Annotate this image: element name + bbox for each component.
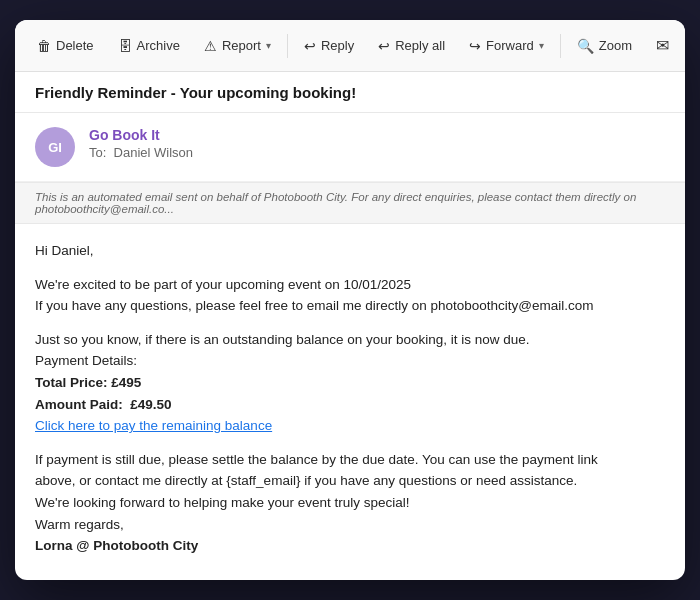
zoom-icon: 🔍 [577, 38, 594, 54]
automated-banner: This is an automated email sent on behal… [15, 182, 685, 224]
forward-dropdown-arrow: ▾ [539, 40, 544, 51]
amount-paid: Amount Paid: £49.50 [35, 397, 172, 412]
amount-paid-value: £49.50 [130, 397, 171, 412]
archive-label: Archive [137, 38, 180, 53]
report-icon: ⚠ [204, 38, 217, 54]
more-icon: ✉ [656, 36, 669, 55]
email-body: This is an automated email sent on behal… [15, 182, 685, 580]
reply-all-label: Reply all [395, 38, 445, 53]
zoom-label: Zoom [599, 38, 632, 53]
para3-line2: above, or contact me directly at {staff_… [35, 473, 577, 488]
separator-2 [560, 34, 561, 58]
greeting: Hi Daniel, [35, 240, 665, 262]
archive-icon: 🗄 [118, 38, 132, 54]
archive-button[interactable]: 🗄 Archive [108, 32, 190, 60]
delete-button[interactable]: 🗑 Delete [27, 32, 104, 60]
subject-bar: Friendly Reminder - Your upcoming bookin… [15, 72, 685, 113]
avatar: GI [35, 127, 75, 167]
para2: Just so you know, if there is an outstan… [35, 329, 665, 437]
forward-button[interactable]: ↪ Forward ▾ [459, 32, 554, 60]
zoom-button[interactable]: 🔍 Zoom [567, 32, 642, 60]
separator-1 [287, 34, 288, 58]
report-dropdown-arrow: ▾ [266, 40, 271, 51]
toolbar: 🗑 Delete 🗄 Archive ⚠ Report ▾ ↩ Reply ↩ … [15, 20, 685, 72]
sender-to: To: Daniel Wilson [89, 145, 193, 160]
payment-link[interactable]: Click here to pay the remaining balance [35, 418, 272, 433]
reply-all-button[interactable]: ↩ Reply all [368, 32, 455, 60]
more-button[interactable]: ✉ [646, 30, 679, 61]
total-price-label: Total Price: [35, 375, 108, 390]
sender-info: Go Book It To: Daniel Wilson [89, 127, 193, 160]
total-price-value: £495 [111, 375, 141, 390]
sender-name: Go Book It [89, 127, 193, 143]
reply-button[interactable]: ↩ Reply [294, 32, 364, 60]
para1-line1: We're excited to be part of your upcomin… [35, 277, 411, 292]
report-label: Report [222, 38, 261, 53]
reply-icon: ↩ [304, 38, 316, 54]
payment-details-label: Payment Details: [35, 353, 137, 368]
forward-icon: ↪ [469, 38, 481, 54]
forward-label: Forward [486, 38, 534, 53]
para2-line1: Just so you know, if there is an outstan… [35, 332, 530, 347]
signature: Lorna @ Photobooth City [35, 538, 198, 553]
reply-label: Reply [321, 38, 354, 53]
amount-paid-label: Amount Paid: [35, 397, 123, 412]
para1-line2: If you have any questions, please feel f… [35, 298, 594, 313]
reply-all-icon: ↩ [378, 38, 390, 54]
email-content: Hi Daniel, We're excited to be part of y… [15, 224, 685, 580]
total-price: Total Price: £495 [35, 375, 141, 390]
warm-regards: Warm regards, [35, 517, 124, 532]
para3: If payment is still due, please settle t… [35, 449, 665, 557]
to-label: To: [89, 145, 106, 160]
email-window: 🗑 Delete 🗄 Archive ⚠ Report ▾ ↩ Reply ↩ … [15, 20, 685, 580]
para3-line3: We're looking forward to helping make yo… [35, 495, 410, 510]
email-subject: Friendly Reminder - Your upcoming bookin… [35, 84, 356, 101]
delete-icon: 🗑 [37, 38, 51, 54]
recipient-name: Daniel Wilson [114, 145, 193, 160]
para3-line1: If payment is still due, please settle t… [35, 452, 598, 467]
sender-section: GI Go Book It To: Daniel Wilson [15, 113, 685, 182]
para1: We're excited to be part of your upcomin… [35, 274, 665, 317]
report-button[interactable]: ⚠ Report ▾ [194, 32, 281, 60]
delete-label: Delete [56, 38, 94, 53]
